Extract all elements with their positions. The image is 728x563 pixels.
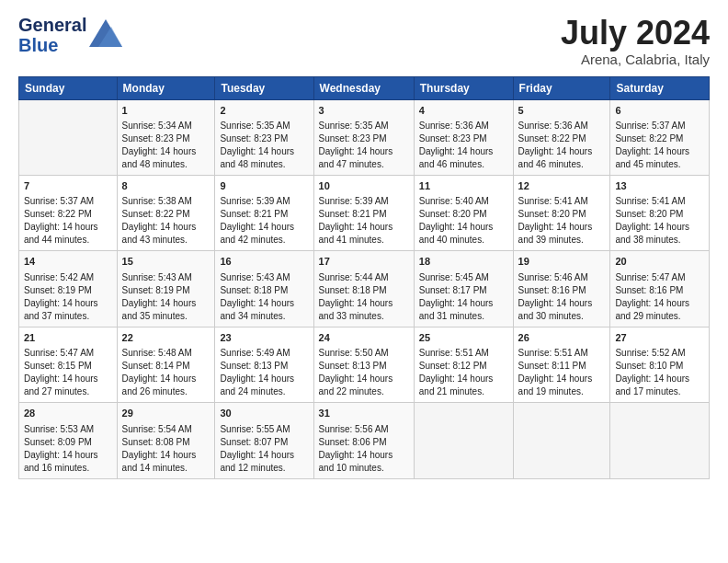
cell-text: Sunset: 8:23 PM [220,132,308,145]
cell-text: Daylight: 14 hours [24,297,112,310]
location-subtitle: Arena, Calabria, Italy [561,52,710,67]
cell-text: Sunset: 8:16 PM [518,284,606,297]
calendar-cell: 5Sunrise: 5:36 AMSunset: 8:22 PMDaylight… [513,99,610,175]
cell-text: Daylight: 14 hours [518,221,606,234]
calendar-cell: 25Sunrise: 5:51 AMSunset: 8:12 PMDayligh… [414,327,513,402]
cell-text: Daylight: 14 hours [319,449,409,462]
cell-text: and 43 minutes. [122,234,210,247]
cell-text: and 48 minutes. [122,158,210,171]
calendar-cell [513,403,610,478]
cell-text: Daylight: 14 hours [419,373,508,385]
cell-text: Daylight: 14 hours [319,373,409,385]
cell-text: and 30 minutes. [518,310,606,323]
cell-text: Sunrise: 5:41 AM [518,195,606,208]
cell-text: Sunrise: 5:50 AM [319,347,409,360]
cell-text: and 24 minutes. [220,385,308,398]
cell-text: Sunrise: 5:44 AM [319,271,409,284]
calendar-cell: 12Sunrise: 5:41 AMSunset: 8:20 PMDayligh… [513,175,610,250]
cell-text: and 46 minutes. [518,158,606,171]
cell-text: Sunset: 8:13 PM [319,360,409,373]
cell-text: Sunset: 8:21 PM [319,208,409,221]
calendar-cell: 21Sunrise: 5:47 AMSunset: 8:15 PMDayligh… [19,327,118,402]
cell-text: Sunset: 8:22 PM [24,208,112,221]
col-header-monday: Monday [117,76,215,99]
cell-text: Sunrise: 5:51 AM [518,347,606,360]
calendar-cell: 31Sunrise: 5:56 AMSunset: 8:06 PMDayligh… [313,403,414,478]
cell-text: and 35 minutes. [122,310,210,323]
cell-text: Sunrise: 5:40 AM [419,195,508,208]
cell-text: Sunrise: 5:43 AM [122,271,210,284]
cell-text: Sunrise: 5:39 AM [319,195,409,208]
cell-text: Sunset: 8:23 PM [319,132,409,145]
cell-text: Sunset: 8:20 PM [419,208,508,221]
calendar-cell: 18Sunrise: 5:45 AMSunset: 8:17 PMDayligh… [414,251,513,327]
day-number: 12 [518,179,606,193]
cell-text: and 33 minutes. [319,310,409,323]
cell-text: Sunrise: 5:34 AM [122,120,210,132]
cell-text: Daylight: 14 hours [122,449,210,462]
cell-text: Sunset: 8:14 PM [122,360,210,373]
logo: General Blue [18,15,122,55]
calendar-cell: 8Sunrise: 5:38 AMSunset: 8:22 PMDaylight… [117,175,215,250]
cell-text: Sunrise: 5:37 AM [24,195,112,208]
cell-text: and 37 minutes. [24,310,112,323]
cell-text: Sunset: 8:23 PM [122,132,210,145]
cell-text: and 38 minutes. [615,234,704,247]
cell-text: Daylight: 14 hours [615,221,704,234]
cell-text: and 34 minutes. [220,310,308,323]
cell-text: Sunset: 8:22 PM [122,208,210,221]
cell-text: Sunset: 8:20 PM [615,208,704,221]
cell-text: Sunrise: 5:41 AM [615,195,704,208]
day-number: 23 [220,331,308,345]
day-number: 15 [122,255,210,269]
cell-text: and 46 minutes. [419,158,508,171]
cell-text: and 14 minutes. [122,462,210,475]
day-number: 11 [419,179,508,193]
cell-text: Sunset: 8:18 PM [319,284,409,297]
cell-text: Daylight: 14 hours [122,373,210,385]
cell-text: Sunset: 8:23 PM [419,132,508,145]
day-number: 1 [122,104,210,118]
month-title: July 2024 [561,15,710,52]
cell-text: Daylight: 14 hours [24,221,112,234]
cell-text: and 22 minutes. [319,385,409,398]
cell-text: Daylight: 14 hours [220,449,308,462]
day-number: 7 [24,179,112,193]
day-number: 24 [319,331,409,345]
calendar-cell: 23Sunrise: 5:49 AMSunset: 8:13 PMDayligh… [215,327,313,402]
day-number: 6 [615,104,704,118]
day-number: 30 [220,407,308,420]
cell-text: Daylight: 14 hours [122,221,210,234]
cell-text: Sunrise: 5:35 AM [319,120,409,132]
day-number: 28 [24,407,112,420]
cell-text: Sunrise: 5:47 AM [615,271,704,284]
day-number: 22 [122,331,210,345]
day-number: 20 [615,255,704,269]
day-number: 17 [319,255,409,269]
cell-text: Sunset: 8:11 PM [518,360,606,373]
cell-text: Sunset: 8:18 PM [220,284,308,297]
page: General Blue July 2024 Arena, Calabria, … [0,0,728,490]
day-number: 5 [518,104,606,118]
calendar-cell: 27Sunrise: 5:52 AMSunset: 8:10 PMDayligh… [610,327,710,402]
cell-text: Daylight: 14 hours [615,297,704,310]
day-number: 2 [220,104,308,118]
cell-text: Sunrise: 5:53 AM [24,423,112,436]
cell-text: Sunrise: 5:55 AM [220,423,308,436]
day-number: 25 [419,331,508,345]
cell-text: Sunrise: 5:35 AM [220,120,308,132]
cell-text: Sunset: 8:17 PM [419,284,508,297]
cell-text: Sunset: 8:22 PM [518,132,606,145]
cell-text: Daylight: 14 hours [319,297,409,310]
day-number: 31 [319,407,409,420]
cell-text: Daylight: 14 hours [615,145,704,158]
day-number: 8 [122,179,210,193]
cell-text: and 47 minutes. [319,158,409,171]
day-number: 29 [122,407,210,420]
day-number: 14 [24,255,112,269]
logo-line2: Blue [18,35,86,55]
cell-text: Daylight: 14 hours [615,373,704,385]
calendar-cell: 7Sunrise: 5:37 AMSunset: 8:22 PMDaylight… [19,175,118,250]
cell-text: and 27 minutes. [24,385,112,398]
cell-text: Daylight: 14 hours [220,373,308,385]
